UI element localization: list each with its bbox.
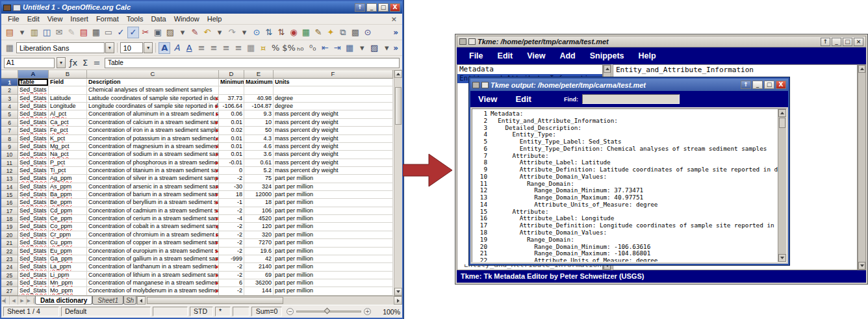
sum-icon[interactable]: Σ xyxy=(79,57,91,69)
tkme-menu-snippets[interactable]: Snippets xyxy=(583,51,632,60)
cell[interactable]: Latitude coordinates of sample site repo… xyxy=(87,95,219,103)
align-right-icon[interactable]: ≡ xyxy=(220,42,232,54)
scroll-up-icon[interactable] xyxy=(604,65,611,73)
cell[interactable]: Concentration of lanthanum in a stream s… xyxy=(87,263,219,271)
cell[interactable]: mass percent dry weight xyxy=(274,159,393,167)
align-justify-icon[interactable]: ≡ xyxy=(233,42,244,54)
scroll-down-icon[interactable] xyxy=(394,288,402,296)
paintbrush-icon[interactable]: ✎ xyxy=(189,27,201,38)
cell[interactable]: Cr_ppm xyxy=(49,231,87,239)
cell[interactable]: Mg_pct xyxy=(49,143,87,151)
cell[interactable]: 5.2 xyxy=(244,167,274,175)
find-input[interactable] xyxy=(582,94,680,104)
paste-caret-icon[interactable]: ▾ xyxy=(177,27,188,38)
sort-ascending-icon[interactable]: ⇅ xyxy=(263,27,275,38)
row-header[interactable]: 1 xyxy=(1,79,18,86)
cell[interactable]: part per million xyxy=(274,191,393,199)
percent-icon[interactable]: % xyxy=(270,42,281,54)
cell[interactable]: 0.01 xyxy=(219,143,244,151)
cell[interactable]: mass percent dry weight xyxy=(274,135,393,143)
cell[interactable]: mass percent dry weight xyxy=(274,143,393,151)
cell[interactable]: Concentration of aluminum in a stream se… xyxy=(87,110,219,118)
copy-icon[interactable]: ▣ xyxy=(152,27,164,38)
cell[interactable]: Cu_ppm xyxy=(49,239,87,247)
row-header[interactable]: 27 xyxy=(1,287,18,295)
cell[interactable]: Sed_Stats xyxy=(18,207,49,215)
cut-icon[interactable]: ✂ xyxy=(140,27,151,38)
cell[interactable]: Longitude coordinates of sample site rep… xyxy=(87,103,219,110)
sheet-tab-data-dictionary[interactable]: Data dictionary xyxy=(35,296,92,305)
cell[interactable]: Ti_pct xyxy=(49,167,87,175)
row-header[interactable]: 24 xyxy=(1,263,18,271)
undo-caret-icon[interactable]: ▾ xyxy=(214,27,225,38)
shade-icon[interactable] xyxy=(468,38,476,45)
first-sheet-icon[interactable]: ◀▏ xyxy=(1,296,10,305)
maximize-button[interactable]: □ xyxy=(843,38,852,46)
page-preview-icon[interactable]: ▭ xyxy=(103,27,114,38)
sum-indicator[interactable]: Sum=0 xyxy=(251,307,282,316)
cell[interactable]: Sed_Stats xyxy=(18,223,49,231)
cell[interactable]: 320 xyxy=(244,231,274,239)
column-header-a[interactable]: A xyxy=(18,70,49,79)
cell[interactable]: mass percent dry weight xyxy=(274,167,393,175)
italic-icon[interactable]: A xyxy=(171,42,183,54)
cell[interactable]: Concentration of copper in a stream sedi… xyxy=(87,239,219,247)
paste-icon[interactable]: ▨ xyxy=(164,27,176,38)
cell[interactable]: Field xyxy=(49,79,87,86)
cell[interactable]: As_ppm xyxy=(49,183,87,191)
scrollbar-thumb[interactable] xyxy=(779,118,785,128)
cell[interactable]: Chemical analyses of stream sediment sam… xyxy=(87,86,219,94)
minimize-button[interactable]: _ xyxy=(752,81,763,89)
cell[interactable]: 50 xyxy=(244,127,274,134)
cell[interactable]: -2 xyxy=(219,175,244,183)
cell[interactable]: Concentration of gallium in a stream sed… xyxy=(87,255,219,263)
cell[interactable]: Sed_Stats xyxy=(18,287,49,295)
cell[interactable]: Concentration of beryllium in a stream s… xyxy=(87,199,219,207)
cell[interactable]: Sed_Stats xyxy=(18,86,49,94)
cell[interactable]: Concentration of europium in a stream se… xyxy=(87,248,219,255)
row-header[interactable]: 22 xyxy=(1,248,18,255)
cell[interactable]: Sed_Stats xyxy=(18,143,49,151)
select-all-corner[interactable] xyxy=(1,70,18,79)
maximize-button[interactable]: □ xyxy=(378,3,389,12)
merge-cells-icon[interactable]: ▦ xyxy=(245,42,257,54)
edit-file-icon[interactable]: ✎ xyxy=(66,27,77,38)
cell[interactable]: Sed_Stats xyxy=(18,263,49,271)
row-header[interactable]: 13 xyxy=(1,175,18,183)
cell[interactable]: Eu_ppm xyxy=(49,248,87,255)
calc-menu-format[interactable]: Format xyxy=(92,14,123,23)
edit-points-icon[interactable]: ✎ xyxy=(313,27,324,38)
row-header[interactable]: 20 xyxy=(1,231,18,239)
output-scrollbar[interactable] xyxy=(778,109,786,262)
scroll-left-icon[interactable] xyxy=(137,296,146,305)
cell[interactable]: 19.6 xyxy=(244,248,274,255)
scroll-down-icon[interactable] xyxy=(858,262,865,270)
chart-icon[interactable]: ▩ xyxy=(350,27,361,38)
borders-caret-icon[interactable]: ▾ xyxy=(356,42,368,54)
cell[interactable]: Latitude xyxy=(49,95,87,103)
row-header[interactable]: 18 xyxy=(1,215,18,223)
cell[interactable]: part per million xyxy=(274,215,393,223)
cell[interactable]: Be_ppm xyxy=(49,199,87,207)
cell[interactable]: mass percent dry weight xyxy=(274,127,393,134)
cell[interactable]: -2 xyxy=(219,223,244,231)
cell[interactable]: Concentration of phosphorous in a stream… xyxy=(87,159,219,167)
row-header[interactable]: 21 xyxy=(1,239,18,247)
cell[interactable]: Sed_Stats xyxy=(18,215,49,223)
cell[interactable]: Sed_Stats xyxy=(18,127,49,134)
tkme-menu-edit[interactable]: Edit xyxy=(491,51,520,60)
table-grid-icon[interactable]: ▦ xyxy=(4,42,16,54)
cell[interactable]: 4.6 xyxy=(244,143,274,151)
cell[interactable] xyxy=(49,86,87,94)
content-scrollbar[interactable] xyxy=(858,64,866,270)
cell[interactable]: -4 xyxy=(219,215,244,223)
cell[interactable]: part per million xyxy=(274,175,393,183)
row-header[interactable]: 5 xyxy=(1,110,18,118)
navigator-icon[interactable]: ⊙ xyxy=(251,27,262,38)
cell[interactable]: part per million xyxy=(274,272,393,279)
cell[interactable]: part per million xyxy=(274,255,393,263)
calc-menu-edit[interactable]: Edit xyxy=(23,14,44,23)
shade-icon[interactable] xyxy=(13,5,21,11)
standard-format-icon[interactable]: $% xyxy=(282,42,294,54)
cell[interactable]: Description xyxy=(87,79,219,86)
